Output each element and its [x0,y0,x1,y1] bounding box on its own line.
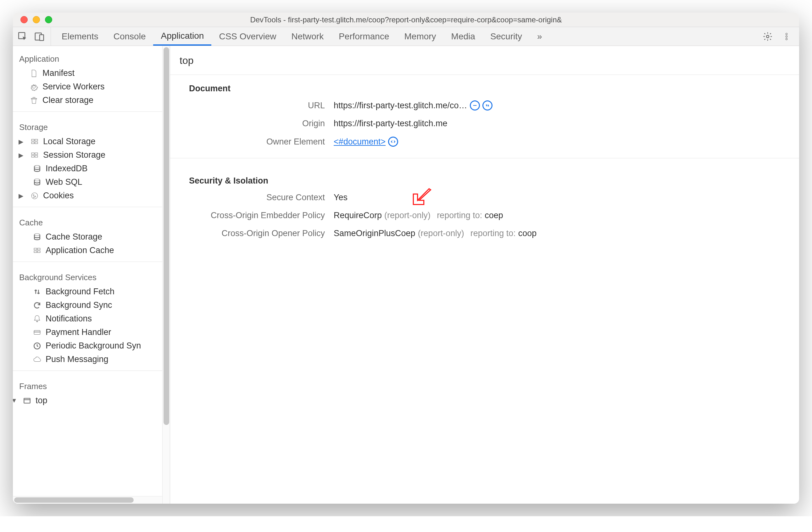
updown-icon [32,287,42,296]
svg-point-17 [31,193,38,199]
sidebar-hscrollthumb[interactable] [14,498,134,503]
svg-rect-10 [35,142,38,143]
coop-value: SameOriginPlusCoep [334,228,416,238]
sidebar-item-label: Service Workers [42,82,105,92]
reveal-source-icon[interactable] [470,100,480,111]
sidebar-item-clear-storage[interactable]: Clear storage [13,94,170,107]
sidebar-item-label: IndexedDB [46,164,88,173]
sidebar-item-label: Session Storage [43,150,105,160]
svg-rect-29 [24,398,30,403]
more-vertical-icon[interactable] [782,31,791,42]
sidebar-item-label: Push Messaging [46,354,108,364]
sidebar-item-label: top [35,396,47,405]
cookie-icon [30,191,39,200]
database-icon [32,178,42,187]
coep-mode: (report-only) [384,211,431,220]
origin-value: https://first-party-test.glitch.me [334,119,448,128]
gear-icon [29,82,39,92]
svg-point-19 [35,196,36,197]
database-icon [32,232,42,242]
secure-context-value: Yes [334,193,348,202]
sidebar-item-application-cache[interactable]: Application Cache [13,244,170,257]
sidebar-item-local-storage[interactable]: ▶ Local Storage [13,135,170,148]
svg-point-6 [786,38,787,40]
sidebar-item-push-messaging[interactable]: Push Messaging [13,353,170,366]
chevron-right-icon: ▶ [18,151,25,159]
sidebar-item-label: Background Sync [46,300,112,310]
coop-mode: (report-only) [418,228,464,238]
document-section: Document URL https://first-party-test.gl… [170,75,799,155]
url-label: URL [189,101,334,111]
svg-rect-14 [35,155,38,157]
secure-context-label: Secure Context [189,193,334,202]
svg-rect-8 [35,139,38,141]
tab-application[interactable]: Application [153,27,211,46]
window-title: DevTools - first-party-test.glitch.me/co… [13,15,799,24]
svg-point-4 [786,33,787,34]
owner-element-link[interactable]: <#document> [334,137,386,147]
sidebar-item-cache-storage[interactable]: Cache Storage [13,230,170,244]
main-panel: top Document URL https://first-party-tes… [170,46,799,504]
sidebar-scrollbar-horizontal[interactable] [13,496,162,504]
chevron-right-icon: ▶ [18,138,25,145]
reveal-network-icon[interactable] [482,100,492,111]
sidebar-item-label: Manifest [42,68,74,78]
inspect-icon[interactable] [17,31,28,42]
sidebar-scrollthumb[interactable] [163,47,169,425]
document-section-title: Document [189,84,790,94]
svg-rect-13 [31,155,34,157]
cloud-icon [32,355,42,364]
reveal-elements-icon[interactable] [388,137,398,147]
owner-element-label: Owner Element [189,137,334,147]
sidebar-item-service-workers[interactable]: Service Workers [13,80,170,94]
sidebar-item-notifications[interactable]: Notifications [13,312,170,325]
svg-point-18 [33,195,34,195]
sidebar-item-frame-top[interactable]: ▼ top [13,394,170,407]
sidebar-item-background-fetch[interactable]: Background Fetch [13,285,170,298]
tab-console[interactable]: Console [106,27,154,46]
coep-reporting-to: coep [484,211,503,220]
svg-rect-23 [38,248,40,250]
svg-point-21 [34,234,40,236]
section-header-storage: Storage [13,116,170,135]
sidebar-item-periodic-background-sync[interactable]: Periodic Background Syn [13,339,170,353]
tab-network[interactable]: Network [284,27,331,46]
sidebar-item-indexeddb[interactable]: IndexedDB [13,162,170,175]
annotation-arrow-icon [409,183,434,211]
sidebar-item-session-storage[interactable]: ▶ Session Storage [13,148,170,162]
coop-reporting-to: coop [518,228,537,238]
titlebar: DevTools - first-party-test.glitch.me/co… [13,13,799,27]
coop-reporting-prefix: reporting to: [470,228,516,238]
svg-rect-27 [34,331,40,332]
sidebar-item-cookies[interactable]: ▶ Cookies [13,189,170,202]
sidebar-item-label: Web SQL [46,177,83,187]
sidebar-item-label: Periodic Background Syn [46,341,141,351]
tab-media[interactable]: Media [444,27,483,46]
tab-performance[interactable]: Performance [331,27,396,46]
settings-icon[interactable] [763,31,773,42]
device-toggle-icon[interactable] [34,31,45,42]
sidebar-item-background-sync[interactable]: Background Sync [13,298,170,312]
tab-elements[interactable]: Elements [54,27,106,46]
svg-point-5 [786,36,787,37]
section-header-frames: Frames [13,375,170,394]
svg-rect-9 [31,142,34,143]
sidebar-item-label: Cache Storage [46,232,102,242]
devtools-window: DevTools - first-party-test.glitch.me/co… [13,13,799,504]
sidebar-scrollbar-vertical[interactable] [162,46,170,504]
tabs-overflow[interactable]: » [530,27,550,46]
clock-icon [32,341,42,351]
tab-security[interactable]: Security [483,27,530,46]
url-value: https://first-party-test.glitch.me/co… [334,101,467,111]
sidebar-item-label: Clear storage [42,95,93,105]
security-section: Security & Isolation Secure Context Yes … [170,167,799,247]
svg-rect-2 [40,34,44,40]
sidebar-item-label: Payment Handler [46,327,111,337]
coep-label: Cross-Origin Embedder Policy [189,211,334,220]
sidebar-item-manifest[interactable]: Manifest [13,67,170,80]
sidebar-item-payment-handler[interactable]: Payment Handler [13,325,170,339]
tab-css-overview[interactable]: CSS Overview [211,27,284,46]
sidebar-item-websql[interactable]: Web SQL [13,175,170,189]
grid-icon [30,137,39,146]
tab-memory[interactable]: Memory [396,27,444,46]
